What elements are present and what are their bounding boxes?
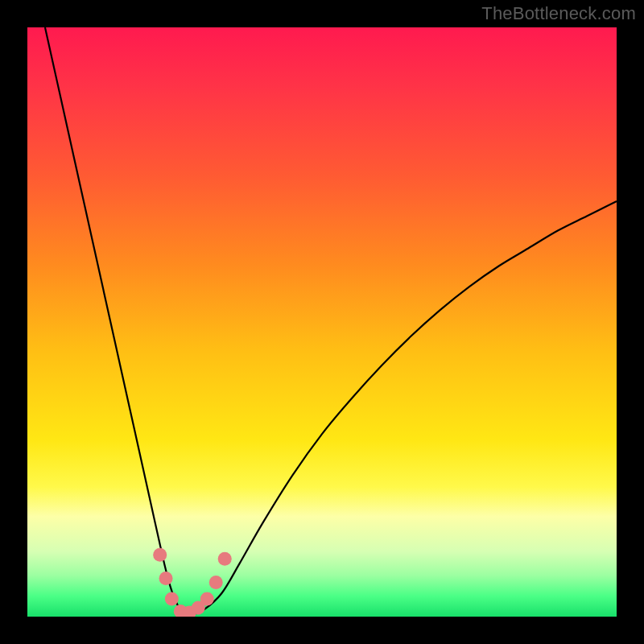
curve-marker bbox=[153, 548, 167, 562]
curve-marker bbox=[165, 592, 179, 606]
curve-marker bbox=[159, 572, 173, 585]
plot-area bbox=[27, 27, 617, 617]
gradient-background bbox=[27, 27, 617, 617]
curve-marker bbox=[200, 592, 214, 606]
curve-marker bbox=[218, 552, 232, 566]
outer-frame: TheBottleneck.com bbox=[0, 0, 644, 644]
bottleneck-chart bbox=[27, 27, 617, 617]
curve-marker bbox=[209, 576, 223, 589]
watermark-text: TheBottleneck.com bbox=[481, 3, 636, 24]
